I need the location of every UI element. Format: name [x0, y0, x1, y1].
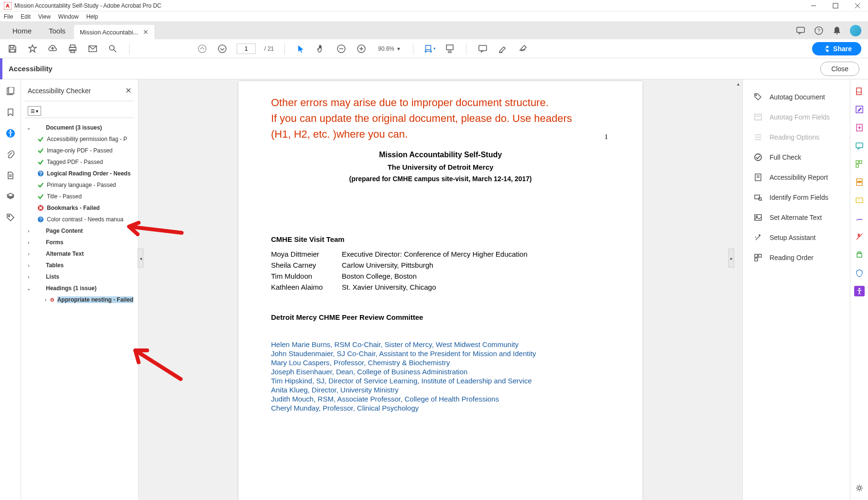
group-alt-text[interactable]: ›Alternate Text — [25, 248, 134, 260]
item-image-only[interactable]: Image-only PDF - Passed — [25, 145, 134, 156]
bookmarks-icon[interactable] — [5, 107, 16, 118]
item-color-contrast[interactable]: ?Color contrast - Needs manua — [25, 214, 134, 225]
redact-icon[interactable] — [854, 177, 865, 187]
item-reading-order[interactable]: ?Logical Reading Order - Needs — [25, 168, 134, 179]
svg-point-39 — [8, 216, 10, 217]
create-pdf-icon[interactable]: PDF — [854, 86, 865, 97]
menu-file[interactable]: File — [4, 13, 13, 20]
group-headings[interactable]: ⌄Headings (1 issue) — [25, 283, 134, 294]
accessibility-tool-icon[interactable] — [854, 286, 865, 296]
scrollbar[interactable]: ▴ — [734, 79, 742, 500]
collapse-right-panel-button[interactable]: ▸ — [728, 249, 734, 268]
fit-page-icon[interactable] — [444, 43, 456, 54]
tab-tools[interactable]: Tools — [40, 22, 74, 39]
sign-tool-icon[interactable] — [517, 43, 529, 54]
page-icon[interactable] — [5, 170, 16, 181]
set-alternate-text-button[interactable]: Set Alternate Text — [745, 207, 848, 228]
document-tab[interactable]: Mission Accountabi... ✕ — [74, 25, 154, 39]
identify-form-fields-button[interactable]: Identify Form Fields — [745, 187, 848, 207]
item-permission-flag[interactable]: Accessibility permission flag - P — [25, 133, 134, 145]
fit-width-icon[interactable]: ▾ — [424, 43, 435, 54]
close-icon[interactable]: ✕ — [125, 86, 131, 95]
group-forms[interactable]: ›Forms — [25, 237, 134, 248]
menu-help[interactable]: Help — [87, 13, 98, 20]
team-row: Moya DittmeierExecutive Director: Confer… — [271, 250, 610, 258]
item-appropriate-nesting[interactable]: ›Appropriate nesting - Failed — [25, 294, 134, 305]
group-document[interactable]: ⌄Document (3 issues) — [25, 122, 134, 133]
email-icon[interactable] — [87, 43, 98, 54]
window-minimize-button[interactable] — [807, 1, 820, 11]
page-number-input[interactable] — [237, 43, 256, 54]
sign-icon[interactable] — [854, 213, 865, 224]
star-icon[interactable] — [27, 43, 38, 54]
cloud-icon[interactable] — [47, 43, 58, 54]
protect-icon[interactable] — [854, 268, 865, 278]
svg-rect-2 — [833, 3, 838, 8]
svg-rect-12 — [71, 50, 75, 53]
zoom-in-icon[interactable] — [356, 43, 367, 54]
highlight-tool-icon[interactable] — [497, 43, 509, 54]
item-primary-language[interactable]: Primary language - Passed — [25, 179, 134, 191]
page-down-icon[interactable] — [217, 43, 228, 54]
fill-sign-icon[interactable] — [854, 195, 865, 206]
group-tables[interactable]: ›Tables — [25, 260, 134, 271]
autotag-document-button[interactable]: Autotag Document — [745, 87, 848, 107]
settings-icon[interactable] — [854, 483, 865, 493]
layers-icon[interactable] — [5, 191, 16, 202]
print-production-icon[interactable] — [854, 250, 865, 260]
export-pdf-icon[interactable] — [854, 122, 865, 133]
hand-tool-icon[interactable] — [315, 43, 327, 54]
setup-assistant-button[interactable]: Setup Assistant — [745, 228, 848, 248]
accessibility-icon[interactable] — [5, 128, 16, 139]
options-button[interactable]: ☰ ▾ — [28, 106, 41, 116]
share-button[interactable]: Share — [812, 42, 861, 55]
autotag-form-button: Autotag Form Fields — [745, 107, 848, 127]
help-icon[interactable]: ? — [814, 25, 824, 36]
attachments-icon[interactable] — [5, 149, 16, 160]
committee-row: John Staudenmaier, SJ Co-Chair, Assistan… — [271, 349, 610, 358]
tags-icon[interactable] — [5, 212, 16, 223]
document-view[interactable]: Other errors may arise due to improper d… — [139, 79, 742, 500]
collapse-left-panel-button[interactable]: ◂ — [138, 249, 143, 268]
reading-order-button[interactable]: Reading Order — [745, 248, 848, 268]
group-page-content[interactable]: ›Page Content — [25, 225, 134, 237]
save-icon[interactable] — [7, 43, 18, 54]
zoom-out-icon[interactable] — [336, 43, 347, 54]
menu-view[interactable]: View — [38, 13, 51, 20]
accessibility-report-button[interactable]: Accessibility Report — [745, 167, 848, 187]
menu-window[interactable]: Window — [58, 13, 79, 20]
search-icon[interactable] — [107, 43, 119, 54]
team-row: Sheila CarneyCarlow University, Pittsbur… — [271, 261, 610, 269]
close-panel-button[interactable]: Close — [820, 62, 859, 76]
organize-icon[interactable] — [854, 159, 865, 169]
window-maximize-button[interactable] — [829, 1, 842, 11]
chevron-right-icon: › — [44, 297, 47, 303]
window-close-button[interactable] — [851, 1, 864, 11]
page-up-icon[interactable] — [196, 43, 208, 54]
zoom-select[interactable]: 90.6% ▾ — [376, 44, 402, 54]
toolbar-separator — [284, 43, 285, 54]
print-icon[interactable] — [67, 43, 78, 54]
item-title[interactable]: Title - Passed — [25, 191, 134, 202]
item-tagged-pdf[interactable]: Tagged PDF - Passed — [25, 156, 134, 168]
full-check-button[interactable]: Full Check — [745, 147, 848, 167]
select-tool-icon[interactable] — [295, 43, 307, 54]
menu-edit[interactable]: Edit — [21, 13, 31, 20]
tab-home[interactable]: Home — [4, 22, 40, 39]
thumbnails-icon[interactable] — [5, 86, 16, 97]
user-avatar[interactable] — [850, 25, 861, 36]
svg-rect-24 — [446, 45, 453, 50]
notifications-icon[interactable] — [832, 25, 842, 36]
group-lists[interactable]: ›Lists — [25, 271, 134, 283]
comment-tool-icon[interactable] — [477, 43, 488, 54]
item-bookmarks[interactable]: Bookmarks - Failed — [25, 202, 134, 214]
measure-icon[interactable]: x — [854, 231, 865, 242]
svg-rect-11 — [69, 47, 76, 51]
comment-icon[interactable] — [854, 141, 865, 151]
edit-pdf-icon[interactable] — [854, 104, 865, 115]
committee-row: Joseph Eisenhauer, Dean, College of Busi… — [271, 368, 610, 376]
comments-icon[interactable] — [795, 25, 806, 36]
close-tab-button[interactable]: ✕ — [143, 28, 149, 36]
scroll-up-icon[interactable]: ▴ — [734, 79, 742, 88]
app-icon — [4, 2, 11, 10]
